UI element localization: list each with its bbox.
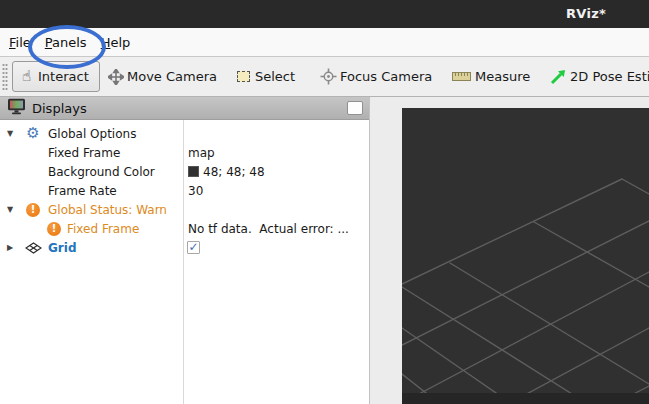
ground-grid — [402, 108, 649, 404]
row-label[interactable]: Global Status: Warn — [48, 203, 167, 217]
row-label[interactable]: Background Color — [48, 165, 155, 179]
displays-panel-header[interactable]: Displays — [0, 97, 369, 120]
focus-camera-tool-button[interactable]: Focus Camera — [320, 61, 432, 92]
menu-bar: File Panels Help — [0, 28, 649, 57]
color-value-text: 48; 48; 48 — [203, 165, 265, 179]
displays-panel: Displays ▼ ⚙ Global Options Fixed Frame … — [0, 97, 370, 404]
select-tool-button[interactable]: Select — [235, 61, 295, 92]
hand-pointer-icon: ☝ — [18, 68, 35, 85]
tree-row-frame-rate[interactable]: Frame Rate 30 — [0, 181, 369, 200]
row-label[interactable]: Fixed Frame — [67, 222, 139, 236]
ruler-icon — [451, 68, 472, 85]
warning-icon: ! — [24, 203, 42, 217]
main-area: Displays ▼ ⚙ Global Options Fixed Frame … — [0, 97, 649, 404]
move-camera-tool-label: Move Camera — [127, 69, 217, 84]
viewport-bottom-edge — [402, 393, 649, 404]
tree-row-background-color[interactable]: Background Color 48; 48; 48 — [0, 162, 369, 181]
window-title-bar: RViz* — [0, 0, 649, 28]
toolbar: ☝ Interact Move Camera Select — [0, 57, 649, 97]
selection-box-icon — [235, 68, 252, 85]
measure-tool-button[interactable]: Measure — [451, 61, 530, 92]
green-arrow-icon — [550, 68, 567, 85]
row-value[interactable]: 48; 48; 48 — [188, 165, 265, 179]
pose-estimate-tool-button[interactable]: 2D Pose Esti — [550, 61, 649, 92]
select-tool-label: Select — [255, 69, 295, 84]
toolbar-grip-handle[interactable] — [2, 63, 8, 90]
crosshair-icon — [320, 68, 337, 85]
grid-enabled-checkbox[interactable]: ✓ — [187, 241, 200, 254]
tree-row-grid[interactable]: ▶ Grid ✓ — [0, 238, 369, 257]
monitor-icon — [7, 98, 26, 119]
row-label[interactable]: Global Options — [48, 127, 136, 141]
menu-panels[interactable]: Panels — [38, 31, 94, 54]
tree-row-fixed-frame-status[interactable]: ! Fixed Frame No tf data. Actual error: … — [0, 219, 369, 238]
tree-row-global-status[interactable]: ▼ ! Global Status: Warn — [0, 200, 369, 219]
row-value[interactable]: map — [188, 146, 215, 160]
expander-right-icon[interactable]: ▶ — [4, 243, 16, 252]
row-label[interactable]: Fixed Frame — [48, 146, 120, 160]
menu-file[interactable]: File — [2, 31, 38, 54]
row-label[interactable]: Frame Rate — [48, 184, 117, 198]
grid-icon — [24, 242, 42, 254]
render-viewport-3d[interactable] — [402, 108, 649, 404]
tree-row-global-options[interactable]: ▼ ⚙ Global Options — [0, 124, 369, 143]
interact-tool-button[interactable]: ☝ Interact — [12, 61, 100, 92]
measure-tool-label: Measure — [475, 69, 530, 84]
move-camera-tool-button[interactable]: Move Camera — [107, 61, 217, 92]
expander-down-icon[interactable]: ▼ — [4, 129, 16, 138]
interact-tool-label: Interact — [38, 69, 89, 84]
color-swatch — [188, 166, 199, 177]
window-title: RViz* — [566, 6, 606, 21]
tree-row-fixed-frame[interactable]: Fixed Frame map — [0, 143, 369, 162]
move-arrows-icon — [107, 68, 124, 85]
focus-camera-tool-label: Focus Camera — [340, 69, 432, 84]
row-label[interactable]: Grid — [48, 241, 76, 255]
gear-icon: ⚙ — [24, 126, 42, 141]
displays-property-tree: ▼ ⚙ Global Options Fixed Frame map Backg… — [0, 120, 369, 404]
pose-estimate-tool-label: 2D Pose Esti — [570, 69, 649, 84]
row-value[interactable]: No tf data. Actual error: ... — [188, 222, 349, 236]
warning-icon: ! — [45, 222, 63, 236]
panel-float-button[interactable] — [347, 101, 363, 115]
row-value[interactable]: 30 — [188, 184, 203, 198]
expander-down-icon[interactable]: ▼ — [4, 205, 16, 214]
row-value: ✓ — [187, 241, 200, 254]
displays-panel-title: Displays — [32, 101, 347, 116]
menu-help[interactable]: Help — [94, 31, 138, 54]
